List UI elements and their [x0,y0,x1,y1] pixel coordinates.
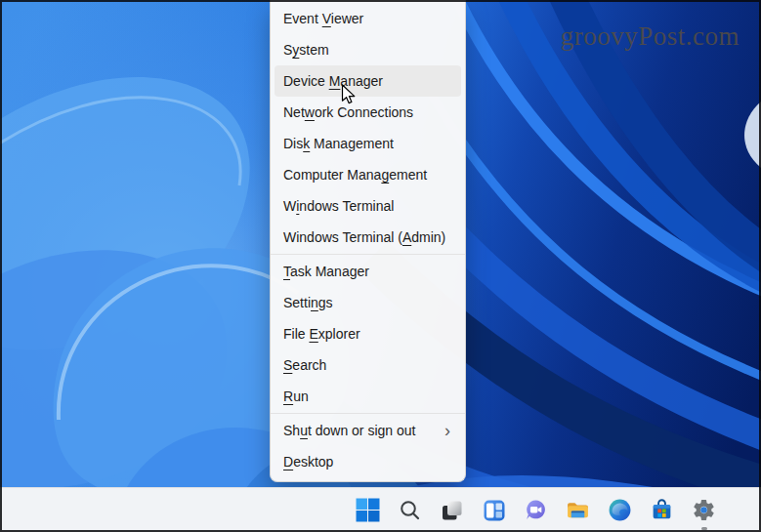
menu-item-label: Task Manager [283,264,369,279]
search-button[interactable] [397,497,423,523]
chevron-right-icon: › [444,422,450,439]
menu-item-desktop[interactable]: Desktop [275,446,461,477]
widgets-button[interactable] [481,497,507,523]
chat-icon [524,498,548,522]
watermark: groovyPost.com [561,21,740,52]
menu-item-system[interactable]: System [275,34,461,65]
microsoft-store-button[interactable] [649,497,675,523]
menu-item-disk-management[interactable]: Disk Management [275,128,461,159]
chat-button[interactable] [523,497,549,523]
menu-item-label: Shut down or sign out [283,423,415,438]
menu-item-computer-management[interactable]: Computer Management [275,159,461,190]
menu-item-label: System [283,42,329,58]
menu-item-label: Desktop [283,454,333,470]
context-menu-list: Event ViewerSystemDevice ManagerNetwork … [275,3,461,477]
edge-browser-button[interactable] [607,497,633,523]
menu-item-label: Device Manager [283,73,383,89]
menu-item-windows-terminal[interactable]: Windows Terminal [275,190,461,222]
menu-separator [271,254,465,255]
start-button[interactable] [355,497,381,523]
menu-item-event-viewer[interactable]: Event Viewer [275,3,461,34]
settings-button[interactable] [691,497,717,523]
menu-item-search[interactable]: Search [275,349,461,381]
menu-item-label: Run [283,389,309,404]
menu-item-label: Event Viewer [283,11,363,26]
menu-item-task-manager[interactable]: Task Manager [275,256,461,287]
microsoft-store-icon [650,498,674,522]
menu-item-shut-down-or-sign-out[interactable]: Shut down or sign out› [275,415,461,446]
menu-item-network-connections[interactable]: Network Connections [275,97,461,128]
menu-item-label: File Explorer [283,326,360,342]
menu-item-run[interactable]: Run [275,381,461,412]
screen: groovyPost.com Event ViewerSystemDevice … [0,0,761,532]
menu-item-label: Computer Management [283,167,427,183]
start-icon [356,498,380,522]
running-app-indicator [701,527,707,530]
menu-item-windows-terminal-admin[interactable]: Windows Terminal (Admin) [275,222,461,253]
file-explorer-icon [566,498,590,522]
task-view-button[interactable] [439,497,465,523]
menu-item-label: Disk Management [283,136,394,151]
menu-item-label: Search [283,357,326,373]
taskbar [0,487,761,532]
task-view-icon [441,499,464,522]
menu-item-settings[interactable]: Settings [275,287,461,318]
menu-item-device-manager[interactable]: Device Manager [275,65,461,97]
menu-item-label: Settings [283,295,333,310]
widgets-icon [483,499,506,522]
menu-item-label: Windows Terminal [283,198,394,214]
settings-gear-icon [692,498,716,522]
taskbar-icons [355,497,717,523]
menu-item-file-explorer[interactable]: File Explorer [275,318,461,349]
context-menu: Event ViewerSystemDevice ManagerNetwork … [270,0,466,482]
mouse-cursor-icon [341,84,358,110]
file-explorer-button[interactable] [565,497,591,523]
menu-separator [271,413,465,414]
search-icon [399,499,422,522]
edge-browser-icon [608,498,632,522]
menu-item-label: Windows Terminal (Admin) [283,229,445,245]
